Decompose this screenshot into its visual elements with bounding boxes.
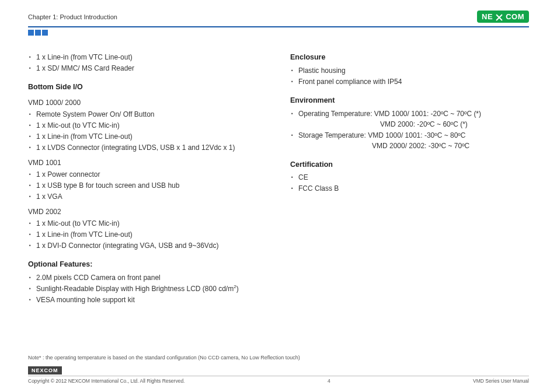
section-heading: Bottom Side I/O [28, 82, 267, 93]
header-divider [28, 26, 529, 27]
subheading: VMD 2002 [28, 206, 267, 217]
chapter-title: Chapter 1: Product Introduction [28, 13, 117, 20]
list-item: 1 x DVI-D Connector (integrating VGA, US… [29, 240, 267, 251]
footer-divider [28, 376, 529, 376]
list-item: CE [291, 172, 529, 183]
footnote: Note* : the operating temperature is bas… [28, 355, 529, 360]
list-item: 1 x Line-in (from VTC Line-out) [29, 131, 267, 142]
logo-x-icon [495, 13, 503, 21]
brand-logo: NE COM [477, 10, 529, 23]
env-continuation: VMD 2000: -20ºC ~ 60ºC (*) [298, 119, 529, 130]
list-item: Plastic housing [291, 65, 529, 76]
left-column: 1 x Line-in (from VTC Line-out) 1 x SD/ … [28, 52, 267, 306]
subheading: VMD 1001 [28, 158, 267, 168]
decorative-squares [28, 30, 529, 36]
list-item: Sunlight-Readable Display with High Brig… [29, 284, 267, 294]
right-column: Enclosure Plastic housing Front panel co… [290, 52, 529, 306]
list-item: VESA mounting hole support kit [29, 295, 267, 305]
section-heading: Certification [290, 159, 529, 170]
section-heading: Environment [290, 95, 529, 106]
list-item: 1 x LVDS Connector (integrating LVDS, US… [29, 142, 267, 153]
list-item: 1 x SD/ MMC/ MS Card Reader [29, 63, 267, 74]
page-footer: NEXCOM Copyright © 2012 NEXCOM Internati… [28, 364, 529, 384]
subheading: VMD 1000/ 2000 [28, 97, 267, 108]
list-item: 1 x USB type B for touch screen and USB … [29, 180, 267, 191]
list-item: Operating Temperature: VMD 1000/ 1001: -… [291, 108, 529, 130]
list-item: 2.0M pixels CCD Camera on front panel [29, 272, 267, 283]
footer-logo: NEXCOM [28, 366, 62, 374]
list-item: 1 x Line-in (from VTC Line-out) [29, 52, 267, 62]
list-item: 1 x Mic-out (to VTC Mic-in) [29, 120, 267, 131]
list-item: Storage Temperature: VMD 1000/ 1001: -30… [291, 130, 529, 151]
list-item: 1 x Line-in (from VTC Line-out) [29, 229, 267, 240]
list-item: Front panel compliance with IP54 [291, 76, 529, 87]
list-item: Remote System Power On/ Off Button [29, 109, 267, 120]
section-heading: Optional Features: [28, 259, 267, 270]
page-number: 4 [328, 378, 330, 384]
list-item: 1 x Mic-out (to VTC Mic-in) [29, 218, 267, 229]
manual-title: VMD Series User Manual [473, 378, 529, 384]
list-item: FCC Class B [291, 183, 529, 194]
logo-text-left: NE [482, 12, 493, 21]
section-heading: Enclosure [290, 52, 529, 63]
list-item: 1 x Power connector [29, 169, 267, 180]
list-item: 1 x VGA [29, 191, 267, 202]
env-continuation: VMD 2000/ 2002: -30ºC ~ 70ºC [298, 141, 529, 151]
copyright-text: Copyright © 2012 NEXCOM International Co… [28, 378, 184, 384]
logo-text-right: COM [506, 12, 524, 21]
